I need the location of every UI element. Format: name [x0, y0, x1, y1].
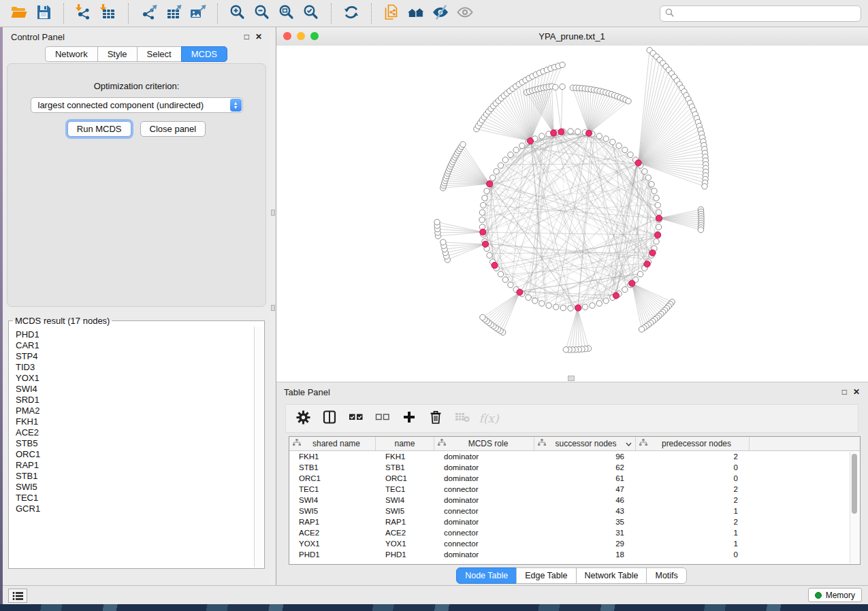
cell-name[interactable]: STB1: [376, 463, 434, 472]
mcds-result-item[interactable]: GCR1: [16, 503, 255, 514]
search-field[interactable]: [677, 8, 856, 19]
cell-successor-nodes[interactable]: 61: [534, 474, 636, 482]
tab-mcds[interactable]: MCDS: [181, 46, 227, 62]
export-network-button[interactable]: [136, 3, 161, 24]
mcds-result-item[interactable]: ACE2: [16, 427, 255, 438]
mcds-node[interactable]: [649, 250, 656, 256]
horizontal-splitter-grip[interactable]: [568, 376, 575, 381]
float-window-icon[interactable]: □: [842, 388, 847, 396]
cell-predecessor-nodes[interactable]: 2: [636, 452, 750, 461]
mcds-node[interactable]: [558, 129, 564, 135]
split-columns-button[interactable]: [319, 408, 340, 429]
refresh-button[interactable]: [339, 3, 364, 24]
float-window-icon[interactable]: □: [244, 33, 249, 41]
tab-network[interactable]: Network: [45, 46, 98, 62]
column-header-successor-nodes[interactable]: successor nodes: [534, 437, 636, 450]
cell-MCDS-role[interactable]: dominator: [434, 474, 534, 482]
mcds-result-item[interactable]: RAP1: [16, 460, 255, 471]
sort-descending-icon[interactable]: [626, 439, 632, 448]
mcds-node[interactable]: [654, 232, 660, 238]
cell-successor-nodes[interactable]: 96: [534, 452, 636, 461]
table-scrollbar-thumb[interactable]: [852, 454, 857, 514]
export-table-button[interactable]: [161, 3, 185, 24]
mcds-node[interactable]: [629, 280, 635, 286]
memory-button[interactable]: Memory: [808, 588, 862, 602]
cell-shared-name[interactable]: ORC1: [289, 474, 376, 482]
cell-shared-name[interactable]: ACE2: [289, 529, 376, 537]
mcds-scrollbar[interactable]: [254, 327, 263, 567]
cell-successor-nodes[interactable]: 46: [534, 496, 636, 504]
close-panel-button[interactable]: Close panel: [140, 121, 206, 137]
tab-motifs[interactable]: Motifs: [646, 567, 686, 584]
cell-shared-name[interactable]: SWI4: [289, 496, 376, 504]
mcds-node[interactable]: [644, 261, 650, 267]
cell-predecessor-nodes[interactable]: 2: [636, 496, 750, 504]
cell-MCDS-role[interactable]: dominator: [434, 463, 534, 472]
cell-name[interactable]: TEC1: [376, 485, 434, 493]
cell-name[interactable]: FKH1: [376, 452, 434, 461]
zoom-out-button[interactable]: [250, 3, 274, 24]
table-row[interactable]: FKH1FKH1dominator962: [289, 451, 860, 462]
export-image-button[interactable]: [185, 3, 210, 24]
task-history-button[interactable]: [8, 589, 27, 603]
cell-MCDS-role[interactable]: dominator: [434, 518, 534, 526]
cell-name[interactable]: ORC1: [376, 474, 434, 482]
save-button[interactable]: [31, 3, 56, 24]
network-canvas[interactable]: [276, 46, 868, 382]
mcds-result-item[interactable]: FKH1: [16, 416, 255, 427]
splitter-grip[interactable]: [271, 305, 275, 311]
mcds-node[interactable]: [492, 262, 498, 268]
column-header-name[interactable]: name: [376, 437, 434, 450]
show-eye-button[interactable]: [453, 3, 477, 24]
mcds-result-item[interactable]: TEC1: [16, 493, 255, 503]
cell-shared-name[interactable]: STB1: [289, 463, 376, 472]
mcds-node[interactable]: [656, 215, 662, 221]
cell-shared-name[interactable]: FKH1: [289, 452, 376, 461]
zoom-fit-button[interactable]: [274, 3, 299, 24]
cell-successor-nodes[interactable]: 18: [534, 550, 636, 559]
zoom-selected-button[interactable]: [299, 3, 323, 24]
cell-predecessor-nodes[interactable]: 1: [636, 507, 750, 515]
table-row[interactable]: YOX1YOX1connector291: [289, 538, 860, 549]
cell-MCDS-role[interactable]: dominator: [434, 550, 534, 559]
minimize-traffic-light[interactable]: [297, 32, 305, 40]
vertical-splitter[interactable]: [270, 27, 276, 585]
cell-predecessor-nodes[interactable]: 1: [636, 540, 750, 548]
share-document-button[interactable]: [379, 3, 404, 24]
mcds-node[interactable]: [575, 305, 581, 311]
zoom-in-button[interactable]: [225, 3, 250, 24]
criterion-dropdown[interactable]: largest connected component (undirected)…: [31, 97, 243, 113]
table-row[interactable]: TEC1TEC1connector472: [289, 484, 860, 495]
tab-style[interactable]: Style: [97, 46, 138, 62]
cell-predecessor-nodes[interactable]: 0: [636, 463, 750, 472]
mcds-node[interactable]: [551, 130, 557, 136]
mcds-result-item[interactable]: SWI4: [16, 384, 255, 395]
trash-button[interactable]: [425, 408, 446, 429]
tab-select[interactable]: Select: [137, 46, 182, 62]
mcds-node[interactable]: [517, 289, 523, 295]
table-row[interactable]: ORC1ORC1dominator610: [289, 473, 860, 484]
cell-MCDS-role[interactable]: dominator: [434, 496, 534, 504]
cell-name[interactable]: SWI4: [376, 496, 434, 504]
deselect-all-button[interactable]: [372, 408, 393, 429]
close-traffic-light[interactable]: [283, 32, 291, 40]
mcds-result-item[interactable]: CAR1: [16, 340, 255, 351]
select-all-button[interactable]: [346, 408, 366, 429]
mcds-result-item[interactable]: STP4: [16, 351, 255, 362]
cell-MCDS-role[interactable]: dominator: [434, 452, 534, 461]
houses-button[interactable]: [404, 3, 428, 24]
table-row[interactable]: STB1STB1dominator620: [289, 462, 860, 473]
tab-edge-table[interactable]: Edge Table: [516, 567, 576, 584]
cell-name[interactable]: YOX1: [376, 540, 434, 548]
cell-shared-name[interactable]: PHD1: [289, 550, 376, 559]
cell-successor-nodes[interactable]: 47: [534, 485, 636, 493]
mcds-node[interactable]: [635, 160, 641, 166]
mcds-node[interactable]: [585, 130, 592, 136]
mcds-result-item[interactable]: PHD1: [16, 329, 255, 340]
cell-successor-nodes[interactable]: 62: [534, 463, 636, 472]
network-graph[interactable]: [276, 46, 867, 380]
cell-shared-name[interactable]: RAP1: [289, 518, 376, 526]
table-row[interactable]: RAP1RAP1dominator352: [289, 516, 860, 527]
cell-MCDS-role[interactable]: connector: [434, 529, 534, 537]
cell-name[interactable]: PHD1: [376, 550, 434, 559]
